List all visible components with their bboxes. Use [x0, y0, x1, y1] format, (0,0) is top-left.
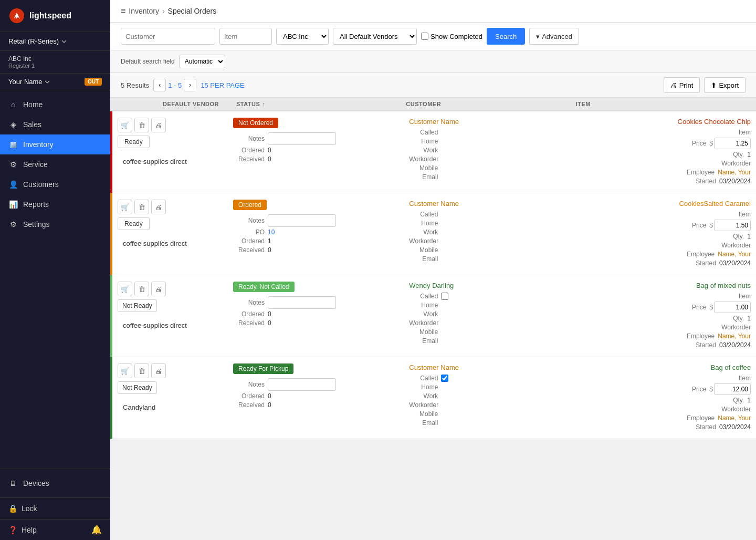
- row4-employee-val[interactable]: Name, Your: [718, 414, 751, 422]
- row2-item: CookiesSalted Caramel Item Price $ Qty. …: [580, 193, 756, 275]
- search-button[interactable]: Search: [487, 28, 525, 45]
- col-header-status[interactable]: STATUS: [236, 101, 406, 107]
- row1-ordered-value: 0: [268, 147, 271, 154]
- row3-cart-button[interactable]: 🛒: [118, 282, 132, 296]
- row1-ready-button[interactable]: Ready: [118, 136, 150, 148]
- row3-customer-name[interactable]: Wendy Darling: [409, 282, 574, 289]
- account-info: ABC Inc Register 1: [0, 51, 110, 74]
- lock-button[interactable]: 🔒 Lock: [0, 497, 110, 519]
- row2-delete-button[interactable]: 🗑: [134, 200, 149, 214]
- row4-customer-name[interactable]: Customer Name: [409, 364, 574, 371]
- show-completed-checkbox[interactable]: [421, 33, 428, 40]
- row2-ready-button[interactable]: Ready: [118, 217, 150, 230]
- row2-dollar-sign: $: [709, 222, 713, 229]
- row3-employee-val[interactable]: Name, Your: [718, 333, 751, 340]
- account-name: ABC Inc: [8, 55, 102, 63]
- row3-delete-button[interactable]: 🗑: [134, 282, 149, 296]
- row1-customer-name[interactable]: Customer Name: [409, 118, 574, 126]
- row4-print-button[interactable]: 🖨: [151, 364, 166, 378]
- row4-email-label: Email: [409, 419, 438, 427]
- customer-input[interactable]: [121, 28, 215, 45]
- row4-called-checkbox[interactable]: [441, 375, 448, 382]
- row1-status: Not Ordered Notes Ordered 0 Received 0: [228, 111, 404, 193]
- advanced-button[interactable]: ▾ Advanced: [529, 28, 579, 45]
- row1-ordered-label: Ordered: [233, 147, 265, 154]
- row4-status-badge: Ready For Pickup: [233, 364, 293, 374]
- vendor-abc-select[interactable]: ABC Inc: [276, 28, 329, 45]
- user-chevron-icon: [45, 79, 50, 85]
- help-icon: ❓: [8, 526, 17, 534]
- prev-page-button[interactable]: ‹: [153, 79, 166, 91]
- user-name-button[interactable]: Your Name: [8, 78, 50, 86]
- row4-price-input[interactable]: [714, 383, 751, 395]
- row1-employee-val[interactable]: Name, Your: [718, 169, 751, 176]
- row3-customer: Wendy Darling Called Home Work Workorder…: [404, 275, 580, 357]
- row1-delete-button[interactable]: 🗑: [134, 118, 149, 132]
- default-search-select[interactable]: Automatic Name Phone Email: [179, 55, 225, 68]
- row1-price-input[interactable]: [714, 138, 751, 149]
- row4-not-ready-button[interactable]: Not Ready: [118, 381, 157, 394]
- row3-not-ready-button[interactable]: Not Ready: [118, 299, 157, 312]
- export-icon: ⬆: [711, 81, 717, 89]
- breadcrumb-parent[interactable]: Inventory: [129, 7, 159, 15]
- row3-item-name: Bag of mixed nuts: [585, 282, 751, 289]
- table-row: 🛒 🗑 🖨 Not Ready coffee supplies direct R…: [110, 275, 756, 357]
- results-count: 5 Results: [121, 81, 149, 89]
- row2-po-link[interactable]: 10: [268, 229, 275, 236]
- row3-notes-input[interactable]: [268, 296, 336, 309]
- row1-cart-button[interactable]: 🛒: [118, 118, 132, 132]
- print-button[interactable]: 🖨 Print: [664, 77, 700, 93]
- row4-employee-label: Employee: [678, 414, 715, 422]
- show-completed-label: Show Completed: [421, 33, 482, 40]
- help-button[interactable]: ❓ Help: [8, 526, 37, 534]
- row3-called-checkbox[interactable]: [441, 293, 448, 300]
- table-row: 🛒 🗑 🖨 Ready coffee supplies direct Not O…: [110, 111, 756, 193]
- row4-cart-button[interactable]: 🛒: [118, 364, 132, 378]
- row2-customer-name[interactable]: Customer Name: [409, 200, 574, 207]
- sidebar-bottom: 🖥 Devices: [0, 469, 110, 497]
- row1-print-button[interactable]: 🖨: [151, 118, 166, 132]
- results-left: 5 Results ‹ 1 - 5 › 15 PER PAGE: [121, 79, 245, 91]
- row3-received-label: Received: [233, 319, 265, 327]
- sidebar-item-settings[interactable]: ⚙ Settings: [0, 214, 110, 234]
- sidebar-item-service[interactable]: ⚙ Service: [0, 154, 110, 174]
- row3-item: Bag of mixed nuts Item Price $ Qty. 1 Wo: [580, 275, 756, 357]
- row1-notes-input[interactable]: [268, 132, 336, 145]
- row1-item-name: Cookies Chocolate Chip: [585, 118, 751, 126]
- row2-price-input[interactable]: [714, 220, 751, 231]
- row4-notes-input[interactable]: [268, 378, 336, 391]
- next-page-button[interactable]: ›: [184, 79, 196, 91]
- row2-email-label: Email: [409, 255, 438, 263]
- row3-price-input[interactable]: [714, 302, 751, 313]
- row2-mobile-label: Mobile: [409, 246, 438, 254]
- sidebar-item-devices[interactable]: 🖥 Devices: [0, 473, 110, 493]
- item-input[interactable]: [219, 28, 272, 45]
- sidebar-item-customers[interactable]: 👤 Customers: [0, 174, 110, 194]
- row2-qty-val: 1: [747, 233, 751, 240]
- row2-cart-button[interactable]: 🛒: [118, 200, 132, 214]
- row4-vendor: Candyland: [118, 397, 161, 418]
- store-selector[interactable]: Retail (R-Series): [0, 32, 110, 51]
- row3-vendor: coffee supplies direct: [118, 315, 192, 336]
- sidebar-item-inventory[interactable]: ▦ Inventory: [0, 134, 110, 154]
- notification-bell-icon[interactable]: 🔔: [91, 525, 102, 535]
- row2-notes-input[interactable]: [268, 214, 336, 227]
- per-page-select[interactable]: 15 PER PAGE: [201, 81, 245, 89]
- export-button[interactable]: ⬆ Export: [704, 77, 746, 93]
- row2-status-fields: Notes PO 10 Ordered 1 Received 0: [233, 214, 398, 254]
- advanced-label: Advanced: [542, 33, 572, 40]
- row3-print-button[interactable]: 🖨: [151, 282, 166, 296]
- sidebar-item-sales[interactable]: ◈ Sales: [0, 115, 110, 134]
- row2-employee-val[interactable]: Name, Your: [718, 251, 751, 258]
- row4-home-label: Home: [409, 383, 438, 391]
- sidebar-item-home[interactable]: ⌂ Home: [0, 95, 110, 115]
- sidebar-item-reports[interactable]: 📊 Reports: [0, 194, 110, 214]
- row1-started-val: 03/20/2024: [719, 178, 751, 185]
- row4-qty-label: Qty.: [707, 397, 744, 404]
- sales-icon: ◈: [8, 120, 18, 129]
- vendor-filter-select[interactable]: All Default Vendors: [333, 28, 417, 45]
- customers-icon: 👤: [8, 180, 18, 189]
- out-badge: OUT: [85, 78, 102, 86]
- row2-print-button[interactable]: 🖨: [151, 200, 166, 214]
- row4-delete-button[interactable]: 🗑: [134, 364, 149, 378]
